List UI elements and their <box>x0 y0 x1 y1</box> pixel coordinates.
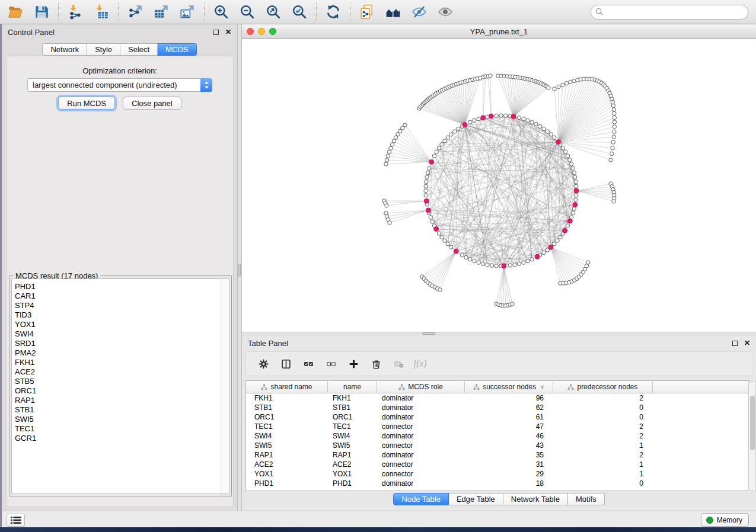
zoom-out-icon[interactable] <box>237 2 258 22</box>
criterion-dropdown[interactable]: largest connected component (undirected) <box>27 78 212 92</box>
toolbar-separator <box>350 3 350 21</box>
result-scrollbar[interactable] <box>221 279 229 493</box>
tab-node-table[interactable]: Node Table <box>393 493 449 505</box>
mcds-result-item[interactable]: RAP1 <box>15 396 229 405</box>
column-header-MCDS-role[interactable]: MCDS role <box>377 381 465 393</box>
column-header-predecessor-nodes[interactable]: predecessor nodes <box>553 381 653 393</box>
mcds-result-item[interactable]: SRD1 <box>15 339 229 348</box>
mcds-result-item[interactable]: SWI5 <box>15 415 229 424</box>
close-panel-icon[interactable]: ✕ <box>225 28 231 36</box>
mcds-result-item[interactable]: CAR1 <box>15 291 229 301</box>
table-cell: 96 <box>465 393 553 403</box>
refresh-layout-icon[interactable] <box>323 2 344 22</box>
table-row[interactable]: STB1STB1dominator620 <box>246 403 749 412</box>
zoom-selected-icon[interactable] <box>289 2 310 22</box>
table-row[interactable]: SWI5SWI5connector431 <box>246 441 749 450</box>
table-cell: dominator <box>377 393 465 403</box>
table-cell: FKH1 <box>246 393 328 403</box>
mcds-result-item[interactable]: PMA2 <box>15 348 229 358</box>
network-file-icon[interactable] <box>356 2 378 22</box>
show-all-icon[interactable] <box>435 2 456 22</box>
export-network-icon[interactable] <box>125 2 146 22</box>
table-tabs: Node TableEdge TableNetwork TableMotifs <box>242 493 756 505</box>
tab-edge-table[interactable]: Edge Table <box>449 493 503 505</box>
mcds-result-item[interactable]: GCR1 <box>15 434 229 443</box>
search-field[interactable] <box>591 5 748 20</box>
delete-column-icon[interactable] <box>367 355 385 373</box>
mcds-result-item[interactable]: SWI4 <box>15 329 229 339</box>
table-cell: 61 <box>465 412 553 422</box>
criterion-label: Optimization criterion: <box>7 66 233 75</box>
table-scrollbar[interactable] <box>748 381 756 491</box>
column-label: name <box>343 383 361 391</box>
network-window: YPA_prune.txt_1 <box>242 24 756 332</box>
mcds-result-item[interactable]: YOX1 <box>15 320 229 329</box>
mcds-result-item[interactable]: ACE2 <box>15 367 229 377</box>
splitter-grip[interactable] <box>238 264 241 277</box>
column-header-name[interactable]: name <box>328 381 377 393</box>
table-row[interactable]: SWI4SWI4dominator462 <box>246 431 749 441</box>
tab-network-table[interactable]: Network Table <box>503 493 568 505</box>
table-row[interactable]: PHD1PHD1dominator180 <box>246 479 749 488</box>
close-panel-icon[interactable]: ✕ <box>744 339 750 347</box>
import-table-icon[interactable] <box>91 2 112 22</box>
float-panel-icon[interactable] <box>732 341 738 346</box>
first-neighbors-icon[interactable] <box>382 2 404 22</box>
table-row[interactable]: RAP1RAP1dominator352 <box>246 450 749 460</box>
sort-arrow-icon[interactable]: ∨ <box>540 384 544 390</box>
tab-mcds[interactable]: MCDS <box>158 43 196 56</box>
column-header-successor-nodes[interactable]: successor nodes∨ <box>465 381 553 393</box>
table-row[interactable]: ORC1ORC1dominator610 <box>246 412 749 422</box>
panel-list-button[interactable] <box>7 514 25 527</box>
table-row[interactable]: YOX1YOX1connector291 <box>246 469 749 479</box>
column-header-shared-name[interactable]: shared name <box>246 381 328 393</box>
tab-select[interactable]: Select <box>120 43 158 56</box>
table-row[interactable]: FKH1FKH1dominator962 <box>246 393 749 403</box>
deselect-all-icon[interactable] <box>322 355 340 373</box>
network-window-titlebar[interactable]: YPA_prune.txt_1 <box>242 24 756 39</box>
column-label: successor nodes <box>483 383 536 391</box>
tab-network[interactable]: Network <box>42 43 87 56</box>
zoom-fit-icon[interactable] <box>263 2 284 22</box>
add-column-icon[interactable] <box>344 355 362 373</box>
splitter-grip[interactable] <box>422 332 435 335</box>
tab-motifs[interactable]: Motifs <box>568 493 605 505</box>
mcds-result-item[interactable]: PHD1 <box>15 282 229 291</box>
network-canvas[interactable] <box>242 39 756 332</box>
scrollbar-thumb[interactable] <box>750 396 755 450</box>
close-panel-button[interactable]: Close panel <box>123 97 181 110</box>
open-folder-icon[interactable] <box>5 2 26 22</box>
table-row[interactable]: TEC1TEC1connector472 <box>246 422 749 431</box>
float-panel-icon[interactable] <box>213 30 219 35</box>
table-cell: 43 <box>465 441 553 450</box>
import-network-icon[interactable] <box>65 2 86 22</box>
memory-button[interactable]: Memory <box>701 513 749 527</box>
memory-status-icon <box>706 517 713 524</box>
table-panel-title: Table Panel <box>248 339 732 348</box>
table-cell: connector <box>377 460 465 469</box>
mcds-result-item[interactable]: STB1 <box>15 405 229 415</box>
export-table-icon[interactable] <box>151 2 172 22</box>
tab-style[interactable]: Style <box>87 43 120 56</box>
split-table-icon[interactable] <box>277 355 295 373</box>
mcds-result-item[interactable]: ORC1 <box>15 386 229 396</box>
zoom-in-icon[interactable] <box>210 2 232 22</box>
mcds-result-item[interactable]: TEC1 <box>15 424 229 434</box>
hide-selected-icon[interactable] <box>409 2 430 22</box>
select-all-icon[interactable] <box>299 355 317 373</box>
export-image-icon[interactable] <box>177 2 198 22</box>
vertical-splitter[interactable] <box>237 24 242 511</box>
mcds-result-item[interactable]: STP4 <box>15 301 229 310</box>
table-cell: 35 <box>465 450 553 460</box>
mcds-result-item[interactable]: FKH1 <box>15 358 229 367</box>
search-input[interactable] <box>591 5 748 20</box>
mcds-result-item[interactable]: STB5 <box>15 377 229 386</box>
mcds-result-list[interactable]: PHD1CAR1STP4TID3YOX1SWI4SRD1PMA2FKH1ACE2… <box>11 278 229 494</box>
table-toolbar: f(x) <box>245 351 752 376</box>
control-panel-tabs: NetworkStyleSelectMCDS <box>2 43 237 56</box>
save-session-icon[interactable] <box>31 2 52 22</box>
run-mcds-button[interactable]: Run MCDS <box>58 97 115 110</box>
table-row[interactable]: ACE2ACE2connector311 <box>246 460 749 469</box>
mcds-result-item[interactable]: TID3 <box>15 310 229 320</box>
settings-gear-icon[interactable] <box>254 355 272 373</box>
